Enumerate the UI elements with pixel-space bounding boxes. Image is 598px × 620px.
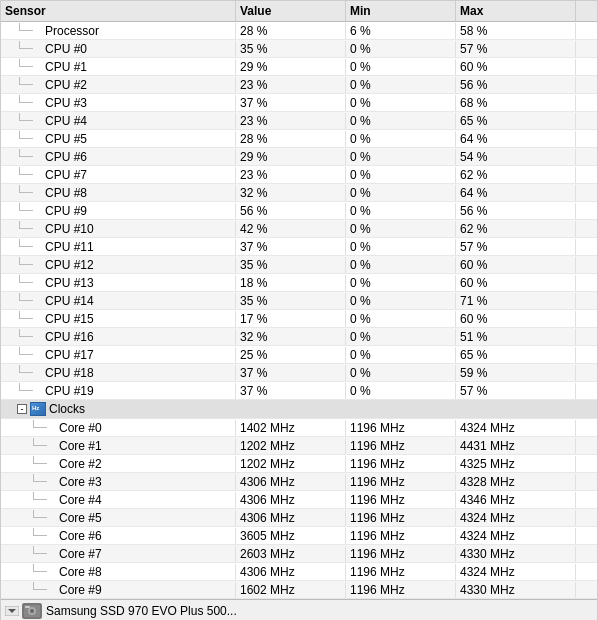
cpu-max: 64 %: [456, 131, 576, 147]
cpu-value: 35 %: [236, 293, 346, 309]
svg-point-4: [30, 609, 34, 613]
spacer: [33, 97, 45, 109]
sensor-name: CPU #3: [1, 95, 236, 111]
cpu-min: 0 %: [346, 77, 456, 93]
tree-line: [19, 257, 33, 265]
cpu-max: 57 %: [456, 383, 576, 399]
table-row[interactable]: Core #9 1602 MHz 1196 MHz 4330 MHz: [1, 581, 597, 599]
table-row[interactable]: CPU #18 37 % 0 % 59 %: [1, 364, 597, 382]
table-row[interactable]: Core #0 1402 MHz 1196 MHz 4324 MHz: [1, 419, 597, 437]
table-row[interactable]: CPU #16 32 % 0 % 51 %: [1, 328, 597, 346]
table-row[interactable]: Core #7 2603 MHz 1196 MHz 4330 MHz: [1, 545, 597, 563]
tree-line: [19, 365, 33, 373]
cpu-max: 51 %: [456, 329, 576, 345]
clocks-section-label[interactable]: - Clocks: [1, 400, 236, 418]
tree-line: [19, 41, 33, 49]
table-row[interactable]: CPU #0 35 % 0 % 57 %: [1, 40, 597, 58]
sensor-name: CPU #7: [1, 167, 236, 183]
cpu-max: 56 %: [456, 203, 576, 219]
table-row[interactable]: CPU #8 32 % 0 % 64 %: [1, 184, 597, 202]
sensor-name: CPU #18: [1, 365, 236, 381]
core-name: Core #4: [59, 493, 102, 507]
cpu-name: CPU #4: [45, 114, 87, 128]
bottom-row[interactable]: Samsung SSD 970 EVO Plus 500...: [1, 599, 597, 620]
tree-line: [33, 564, 47, 572]
tree-lines: -: [5, 401, 49, 417]
table-row[interactable]: CPU #2 23 % 0 % 56 %: [1, 76, 597, 94]
svg-rect-5: [25, 606, 30, 608]
core-min: 1196 MHz: [346, 546, 456, 562]
table-row[interactable]: Core #2 1202 MHz 1196 MHz 4325 MHz: [1, 455, 597, 473]
tree-line: [33, 510, 47, 518]
table-row[interactable]: CPU #3 37 % 0 % 68 %: [1, 94, 597, 112]
tree-line: [33, 474, 47, 482]
table-row[interactable]: CPU #5 28 % 0 % 64 %: [1, 130, 597, 148]
spacer: [33, 295, 45, 307]
cpu-min: 0 %: [346, 203, 456, 219]
table-row[interactable]: CPU #19 37 % 0 % 57 %: [1, 382, 597, 400]
table-row[interactable]: CPU #15 17 % 0 % 60 %: [1, 310, 597, 328]
sensor-name: CPU #11: [1, 239, 236, 255]
cpu-max: 54 %: [456, 149, 576, 165]
table-row[interactable]: CPU #17 25 % 0 % 65 %: [1, 346, 597, 364]
clocks-section-row[interactable]: - Clocks: [1, 400, 597, 419]
tree-line: [19, 221, 33, 229]
cpu-name: CPU #10: [45, 222, 94, 236]
table-row[interactable]: Core #8 4306 MHz 1196 MHz 4324 MHz: [1, 563, 597, 581]
cpu-name: CPU #16: [45, 330, 94, 344]
spacer: [33, 277, 45, 289]
table-row[interactable]: Core #6 3605 MHz 1196 MHz 4324 MHz: [1, 527, 597, 545]
cpu-min: 0 %: [346, 365, 456, 381]
core-min: 1196 MHz: [346, 582, 456, 598]
cpu-min: 0 %: [346, 293, 456, 309]
sensor-name: CPU #4: [1, 113, 236, 129]
tree-line: [33, 438, 47, 446]
table-row[interactable]: Core #5 4306 MHz 1196 MHz 4324 MHz: [1, 509, 597, 527]
clocks-max: [456, 408, 576, 410]
spacer: [47, 548, 59, 560]
table-row[interactable]: CPU #1 29 % 0 % 60 %: [1, 58, 597, 76]
expand-arrow-icon: [5, 606, 19, 616]
sensor-name: Core #9: [1, 582, 236, 598]
table-row[interactable]: Processor 28 % 6 % 58 %: [1, 22, 597, 40]
table-row[interactable]: CPU #4 23 % 0 % 65 %: [1, 112, 597, 130]
expand-icon[interactable]: -: [17, 404, 27, 414]
cpu-value: 23 %: [236, 167, 346, 183]
cpu-name: CPU #9: [45, 204, 87, 218]
table-row[interactable]: Core #1 1202 MHz 1196 MHz 4431 MHz: [1, 437, 597, 455]
table-row[interactable]: CPU #12 35 % 0 % 60 %: [1, 256, 597, 274]
cpu-name: CPU #5: [45, 132, 87, 146]
table-row[interactable]: Core #4 4306 MHz 1196 MHz 4346 MHz: [1, 491, 597, 509]
clock-rows: Core #0 1402 MHz 1196 MHz 4324 MHz Core …: [1, 419, 597, 599]
cpu-min: 0 %: [346, 239, 456, 255]
tree-line: [19, 167, 33, 175]
spacer: [47, 440, 59, 452]
table-row[interactable]: CPU #11 37 % 0 % 57 %: [1, 238, 597, 256]
core-name: Core #1: [59, 439, 102, 453]
table-header: Sensor Value Min Max: [1, 1, 597, 22]
sensor-name: Core #4: [1, 492, 236, 508]
table-row[interactable]: CPU #6 29 % 0 % 54 %: [1, 148, 597, 166]
sensor-name: Core #7: [1, 546, 236, 562]
cpu-name: CPU #15: [45, 312, 94, 326]
cpu-min: 0 %: [346, 311, 456, 327]
cpu-max: 71 %: [456, 293, 576, 309]
table-row[interactable]: CPU #13 18 % 0 % 60 %: [1, 274, 597, 292]
spacer: [33, 151, 45, 163]
tree-line: [19, 203, 33, 211]
spacer: [33, 43, 45, 55]
tree-line: [33, 582, 47, 590]
cpu-value: 37 %: [236, 95, 346, 111]
cpu-name: CPU #8: [45, 186, 87, 200]
table-row[interactable]: CPU #10 42 % 0 % 62 %: [1, 220, 597, 238]
header-max: Max: [456, 1, 576, 21]
table-row[interactable]: Core #3 4306 MHz 1196 MHz 4328 MHz: [1, 473, 597, 491]
cpu-max: 60 %: [456, 59, 576, 75]
core-min: 1196 MHz: [346, 438, 456, 454]
table-row[interactable]: CPU #9 56 % 0 % 56 %: [1, 202, 597, 220]
table-row[interactable]: CPU #14 35 % 0 % 71 %: [1, 292, 597, 310]
core-value: 1402 MHz: [236, 420, 346, 436]
cpu-min: 0 %: [346, 59, 456, 75]
tree-line: [19, 23, 33, 31]
table-row[interactable]: CPU #7 23 % 0 % 62 %: [1, 166, 597, 184]
